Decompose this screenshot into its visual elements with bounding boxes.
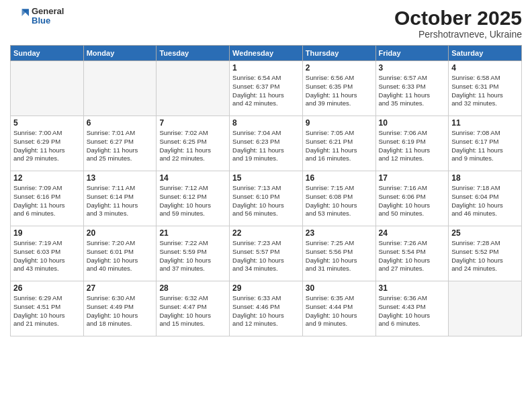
day-number: 2 <box>306 63 373 73</box>
day-number: 29 <box>232 283 300 293</box>
weekday-header-saturday: Saturday <box>449 46 522 61</box>
day-info: Sunrise: 7:23 AM Sunset: 5:57 PM Dayligh… <box>232 239 300 273</box>
day-number: 18 <box>451 173 519 183</box>
day-number: 6 <box>87 118 154 128</box>
day-number: 16 <box>306 173 373 183</box>
title-block: October 2025 Pershotravneve, Ukraine <box>394 7 522 40</box>
day-info: Sunrise: 7:04 AM Sunset: 6:23 PM Dayligh… <box>232 129 300 163</box>
calendar-cell: 27Sunrise: 6:30 AM Sunset: 4:49 PM Dayli… <box>83 281 157 336</box>
day-number: 28 <box>159 283 226 293</box>
weekday-header-tuesday: Tuesday <box>157 46 230 61</box>
calendar-cell: 16Sunrise: 7:15 AM Sunset: 6:08 PM Dayli… <box>302 171 375 226</box>
day-number: 21 <box>159 228 226 238</box>
logo-blue-text: Blue <box>32 16 64 26</box>
day-number: 25 <box>451 228 519 238</box>
header: General Blue October 2025 Pershotravneve… <box>10 7 522 40</box>
day-number: 23 <box>306 228 373 238</box>
day-number: 13 <box>87 173 154 183</box>
day-info: Sunrise: 7:25 AM Sunset: 5:56 PM Dayligh… <box>306 239 373 273</box>
day-info: Sunrise: 7:05 AM Sunset: 6:21 PM Dayligh… <box>306 129 373 163</box>
calendar-cell: 24Sunrise: 7:26 AM Sunset: 5:54 PM Dayli… <box>375 226 449 281</box>
logo: General Blue <box>10 7 64 26</box>
calendar-cell: 15Sunrise: 7:13 AM Sunset: 6:10 PM Dayli… <box>230 171 303 226</box>
calendar-cell <box>11 61 84 116</box>
calendar-week-3: 12Sunrise: 7:09 AM Sunset: 6:16 PM Dayli… <box>11 171 522 226</box>
day-info: Sunrise: 6:35 AM Sunset: 4:44 PM Dayligh… <box>306 294 373 328</box>
day-info: Sunrise: 6:58 AM Sunset: 6:31 PM Dayligh… <box>451 74 519 108</box>
calendar-cell: 3Sunrise: 6:57 AM Sunset: 6:33 PM Daylig… <box>375 61 449 116</box>
day-info: Sunrise: 6:29 AM Sunset: 4:51 PM Dayligh… <box>13 294 81 328</box>
calendar-cell: 4Sunrise: 6:58 AM Sunset: 6:31 PM Daylig… <box>449 61 522 116</box>
calendar-week-5: 26Sunrise: 6:29 AM Sunset: 4:51 PM Dayli… <box>11 281 522 336</box>
calendar-cell: 11Sunrise: 7:08 AM Sunset: 6:17 PM Dayli… <box>449 116 522 171</box>
day-number: 1 <box>232 63 300 73</box>
calendar-cell: 21Sunrise: 7:22 AM Sunset: 5:59 PM Dayli… <box>157 226 230 281</box>
calendar-cell: 7Sunrise: 7:02 AM Sunset: 6:25 PM Daylig… <box>157 116 230 171</box>
calendar-cell: 20Sunrise: 7:20 AM Sunset: 6:01 PM Dayli… <box>83 226 157 281</box>
day-info: Sunrise: 7:15 AM Sunset: 6:08 PM Dayligh… <box>306 184 373 218</box>
calendar-cell: 26Sunrise: 6:29 AM Sunset: 4:51 PM Dayli… <box>11 281 84 336</box>
weekday-row: SundayMondayTuesdayWednesdayThursdayFrid… <box>11 46 522 61</box>
calendar-cell: 29Sunrise: 6:33 AM Sunset: 4:46 PM Dayli… <box>230 281 303 336</box>
day-number: 4 <box>451 63 519 73</box>
calendar-cell: 6Sunrise: 7:01 AM Sunset: 6:27 PM Daylig… <box>83 116 157 171</box>
day-number: 19 <box>13 228 81 238</box>
calendar-body: 1Sunrise: 6:54 AM Sunset: 6:37 PM Daylig… <box>11 61 522 336</box>
title-month: October 2025 <box>394 7 522 29</box>
day-info: Sunrise: 6:36 AM Sunset: 4:43 PM Dayligh… <box>379 294 446 328</box>
day-number: 20 <box>87 228 154 238</box>
weekday-header-monday: Monday <box>83 46 157 61</box>
weekday-header-friday: Friday <box>375 46 449 61</box>
day-number: 5 <box>13 118 81 128</box>
calendar-cell: 14Sunrise: 7:12 AM Sunset: 6:12 PM Dayli… <box>157 171 230 226</box>
day-info: Sunrise: 7:12 AM Sunset: 6:12 PM Dayligh… <box>159 184 226 218</box>
calendar-cell: 30Sunrise: 6:35 AM Sunset: 4:44 PM Dayli… <box>302 281 375 336</box>
day-info: Sunrise: 7:13 AM Sunset: 6:10 PM Dayligh… <box>232 184 300 218</box>
day-info: Sunrise: 6:33 AM Sunset: 4:46 PM Dayligh… <box>232 294 300 328</box>
day-info: Sunrise: 6:32 AM Sunset: 4:47 PM Dayligh… <box>159 294 226 328</box>
day-info: Sunrise: 7:26 AM Sunset: 5:54 PM Dayligh… <box>379 239 446 273</box>
day-info: Sunrise: 7:01 AM Sunset: 6:27 PM Dayligh… <box>87 129 154 163</box>
day-info: Sunrise: 7:20 AM Sunset: 6:01 PM Dayligh… <box>87 239 154 273</box>
weekday-header-sunday: Sunday <box>11 46 84 61</box>
day-info: Sunrise: 7:06 AM Sunset: 6:19 PM Dayligh… <box>379 129 446 163</box>
calendar-cell: 23Sunrise: 7:25 AM Sunset: 5:56 PM Dayli… <box>302 226 375 281</box>
day-info: Sunrise: 6:57 AM Sunset: 6:33 PM Dayligh… <box>379 74 446 108</box>
day-number: 9 <box>306 118 373 128</box>
page: General Blue October 2025 Pershotravneve… <box>0 0 532 411</box>
day-number: 17 <box>379 173 446 183</box>
day-number: 22 <box>232 228 300 238</box>
day-number: 15 <box>232 173 300 183</box>
calendar-cell: 5Sunrise: 7:00 AM Sunset: 6:29 PM Daylig… <box>11 116 84 171</box>
title-location: Pershotravneve, Ukraine <box>394 29 522 40</box>
day-info: Sunrise: 7:09 AM Sunset: 6:16 PM Dayligh… <box>13 184 81 218</box>
day-info: Sunrise: 7:22 AM Sunset: 5:59 PM Dayligh… <box>159 239 226 273</box>
day-number: 14 <box>159 173 226 183</box>
day-number: 31 <box>379 283 446 293</box>
day-info: Sunrise: 7:11 AM Sunset: 6:14 PM Dayligh… <box>87 184 154 218</box>
day-info: Sunrise: 7:00 AM Sunset: 6:29 PM Dayligh… <box>13 129 81 163</box>
calendar-week-1: 1Sunrise: 6:54 AM Sunset: 6:37 PM Daylig… <box>11 61 522 116</box>
day-number: 26 <box>13 283 81 293</box>
day-info: Sunrise: 7:08 AM Sunset: 6:17 PM Dayligh… <box>451 129 519 163</box>
day-number: 12 <box>13 173 81 183</box>
calendar-cell: 12Sunrise: 7:09 AM Sunset: 6:16 PM Dayli… <box>11 171 84 226</box>
day-info: Sunrise: 6:54 AM Sunset: 6:37 PM Dayligh… <box>232 74 300 108</box>
day-number: 24 <box>379 228 446 238</box>
day-number: 30 <box>306 283 373 293</box>
weekday-header-thursday: Thursday <box>302 46 375 61</box>
calendar-week-4: 19Sunrise: 7:19 AM Sunset: 6:03 PM Dayli… <box>11 226 522 281</box>
calendar-cell: 1Sunrise: 6:54 AM Sunset: 6:37 PM Daylig… <box>230 61 303 116</box>
logo-icon <box>10 7 29 26</box>
logo-general-text: General <box>32 7 64 16</box>
calendar-cell <box>83 61 157 116</box>
calendar-cell: 31Sunrise: 6:36 AM Sunset: 4:43 PM Dayli… <box>375 281 449 336</box>
day-number: 8 <box>232 118 300 128</box>
calendar-header: SundayMondayTuesdayWednesdayThursdayFrid… <box>11 46 522 61</box>
day-info: Sunrise: 7:02 AM Sunset: 6:25 PM Dayligh… <box>159 129 226 163</box>
calendar-cell: 25Sunrise: 7:28 AM Sunset: 5:52 PM Dayli… <box>449 226 522 281</box>
calendar-cell: 19Sunrise: 7:19 AM Sunset: 6:03 PM Dayli… <box>11 226 84 281</box>
day-info: Sunrise: 6:30 AM Sunset: 4:49 PM Dayligh… <box>87 294 154 328</box>
day-number: 27 <box>87 283 154 293</box>
day-info: Sunrise: 6:56 AM Sunset: 6:35 PM Dayligh… <box>306 74 373 108</box>
